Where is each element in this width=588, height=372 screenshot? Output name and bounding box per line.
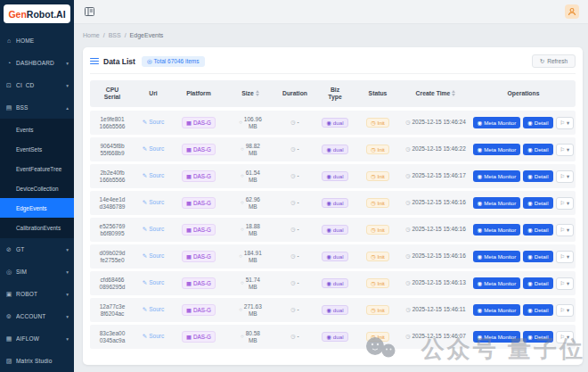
table-row: 90645f8b55f668b9 ✎Sourc ▦DAS-G ○ 98.82MB bbox=[90, 137, 576, 161]
meta-monitor-button[interactable]: ◉Meta Monitor bbox=[473, 277, 521, 289]
sidebar-item[interactable]: ⊚ ACCOUNT ▾ bbox=[0, 305, 74, 327]
more-actions-dropdown-button[interactable]: ⚐▾ bbox=[556, 224, 575, 236]
eye-icon: ◉ bbox=[478, 227, 482, 233]
meta-monitor-button[interactable]: ◉Meta Monitor bbox=[473, 197, 521, 209]
sidebar-item[interactable]: ▨ Matrix Studio bbox=[0, 350, 74, 372]
app-logo[interactable]: GenRobot.AI bbox=[4, 4, 70, 23]
sidebar-subitem[interactable]: Events bbox=[0, 120, 74, 139]
total-items-label: Total 67046 items bbox=[154, 58, 200, 64]
refresh-button[interactable]: ↻ Refresh bbox=[532, 54, 576, 68]
source-link[interactable]: ✎Sourc bbox=[143, 172, 164, 179]
sidebar-subitem[interactable]: EdgeEvents bbox=[0, 198, 74, 218]
sidebar-item-label: SIM bbox=[16, 269, 62, 275]
sidebar-subitem[interactable]: DeviceCollection bbox=[0, 178, 74, 198]
sidebar-collapse-icon[interactable] bbox=[83, 6, 95, 17]
table-row: 83c3ea000345ac9a ✎Sourc ▦DAS-G ○ 80.58MB bbox=[90, 325, 576, 349]
source-link[interactable]: ✎Sourc bbox=[143, 333, 164, 340]
more-actions-dropdown-button[interactable]: ⚐▾ bbox=[556, 251, 575, 263]
source-link[interactable]: ✎Sourc bbox=[143, 226, 164, 233]
sidebar-item[interactable]: ◎ SIM ▾ bbox=[0, 260, 74, 283]
file-icon: ○ bbox=[241, 146, 244, 153]
more-actions-dropdown-button[interactable]: ⚐▾ bbox=[556, 304, 575, 317]
cell-create-time: ◷ 2025-12-15 15:46:16 bbox=[400, 252, 471, 260]
table-row: e5256769b6f80995 ✎Sourc ▦DAS-G ○ 18.88MB bbox=[90, 218, 576, 242]
sidebar-item-label: HOME bbox=[16, 37, 65, 44]
detail-button[interactable]: ◉Detail bbox=[523, 144, 552, 155]
source-link[interactable]: ✎Sourc bbox=[143, 279, 164, 286]
meta-monitor-button[interactable]: ◉Meta Monitor bbox=[473, 251, 521, 262]
cell-create-time: ◷ 2025-12-15 15:46:17 bbox=[400, 172, 471, 179]
chevron-icon: ▾ bbox=[66, 336, 69, 342]
user-avatar[interactable] bbox=[565, 4, 579, 19]
status-badge: ◷Init bbox=[366, 145, 389, 155]
cell-biz-type: ◉dual bbox=[314, 278, 355, 289]
more-actions-dropdown-button[interactable]: ⚐▾ bbox=[556, 170, 575, 183]
platform-badge: ▦DAS-G bbox=[182, 170, 216, 182]
clock-icon: ◷ bbox=[371, 120, 375, 127]
pencil-icon: ✎ bbox=[143, 252, 147, 260]
grid-icon: ▦ bbox=[186, 307, 192, 314]
sidebar-subitem[interactable]: EventFeatureTree bbox=[0, 159, 74, 178]
flag-icon: ⚐ bbox=[560, 173, 566, 179]
more-actions-dropdown-button[interactable]: ⚐▾ bbox=[556, 331, 575, 343]
eye-icon: ◉ bbox=[527, 334, 532, 340]
sidebar-item[interactable]: ◔ DASHBOARD ▾ bbox=[0, 52, 74, 74]
more-actions-dropdown-button[interactable]: ⚐▾ bbox=[556, 197, 575, 210]
detail-button[interactable]: ◉Detail bbox=[523, 197, 552, 209]
meta-monitor-button[interactable]: ◉Meta Monitor bbox=[473, 224, 521, 236]
grid-icon: ▦ bbox=[186, 146, 192, 153]
sidebar-item[interactable]: ▦ AIFLOW ▾ bbox=[0, 327, 74, 350]
detail-button[interactable]: ◉Detail bbox=[523, 277, 552, 289]
flag-icon: ⚐ bbox=[560, 200, 566, 206]
sidebar-item[interactable]: ⊘ GT ▾ bbox=[0, 238, 74, 260]
cell-operations: ◉Meta Monitor ◉Detail ⚐▾ bbox=[471, 170, 576, 183]
cell-biz-type: ◉dual bbox=[314, 305, 355, 316]
sort-icon[interactable] bbox=[452, 90, 455, 96]
platform-badge: ▦DAS-G bbox=[182, 304, 216, 316]
sidebar-item[interactable]: ▤ BSS ▴ bbox=[0, 96, 74, 119]
clock-icon: ◷ bbox=[290, 173, 295, 180]
clock-icon: ◷ bbox=[290, 200, 295, 207]
cell-duration: ◷ - bbox=[275, 306, 314, 313]
detail-button[interactable]: ◉Detail bbox=[523, 251, 552, 262]
sidebar-item[interactable]: ⊡ CI_CD ▾ bbox=[0, 74, 74, 96]
meta-monitor-button[interactable]: ◉Meta Monitor bbox=[473, 144, 521, 155]
source-link[interactable]: ✎Sourc bbox=[143, 145, 164, 153]
meta-monitor-button[interactable]: ◉Meta Monitor bbox=[473, 304, 521, 316]
source-link[interactable]: ✎Sourc bbox=[143, 119, 164, 126]
clock-icon: ◷ bbox=[290, 120, 295, 127]
platform-badge: ▦DAS-G bbox=[182, 251, 216, 262]
col-operations: Operations bbox=[471, 90, 576, 97]
list-icon bbox=[90, 58, 99, 65]
source-link[interactable]: ✎Sourc bbox=[143, 252, 164, 260]
more-actions-dropdown-button[interactable]: ⚐▾ bbox=[556, 117, 575, 129]
meta-monitor-button[interactable]: ◉Meta Monitor bbox=[473, 331, 521, 343]
detail-button[interactable]: ◉Detail bbox=[523, 331, 552, 343]
cell-cpu-serial: 1e9fe801166b5566 bbox=[90, 116, 135, 129]
clock-icon: ◷ bbox=[290, 253, 295, 260]
clock-icon: ◷ bbox=[290, 334, 295, 341]
sort-icon[interactable] bbox=[256, 90, 259, 96]
more-actions-dropdown-button[interactable]: ⚐▾ bbox=[556, 277, 575, 290]
source-link[interactable]: ✎Sourc bbox=[143, 199, 164, 206]
detail-button[interactable]: ◉Detail bbox=[523, 224, 552, 236]
status-badge: ◷Init bbox=[366, 252, 389, 262]
sidebar-item[interactable]: ⌂ HOME bbox=[0, 29, 74, 52]
breadcrumb-home[interactable]: Home bbox=[83, 32, 100, 38]
more-actions-dropdown-button[interactable]: ⚐▾ bbox=[556, 144, 575, 156]
detail-button[interactable]: ◉Detail bbox=[523, 170, 552, 182]
sidebar-item[interactable]: ▣ ROBOT ▾ bbox=[0, 283, 74, 305]
col-create-time: Create Time bbox=[400, 90, 471, 97]
sidebar-subitem[interactable]: CalibrationEvents bbox=[0, 218, 74, 237]
meta-monitor-button[interactable]: ◉Meta Monitor bbox=[473, 117, 521, 128]
sidebar-subitem-label: EventSets bbox=[16, 146, 42, 153]
cell-size: ○ 61.54MB bbox=[225, 169, 275, 183]
meta-monitor-button[interactable]: ◉Meta Monitor bbox=[473, 170, 521, 182]
source-link[interactable]: ✎Sourc bbox=[143, 306, 164, 313]
detail-button[interactable]: ◉Detail bbox=[523, 304, 552, 316]
biz-type-badge: ◉dual bbox=[322, 198, 347, 209]
detail-button[interactable]: ◉Detail bbox=[523, 117, 552, 128]
clock-icon: ◷ bbox=[405, 307, 410, 314]
breadcrumb-bss[interactable]: BSS bbox=[109, 32, 121, 38]
sidebar-subitem[interactable]: EventSets bbox=[0, 139, 74, 159]
